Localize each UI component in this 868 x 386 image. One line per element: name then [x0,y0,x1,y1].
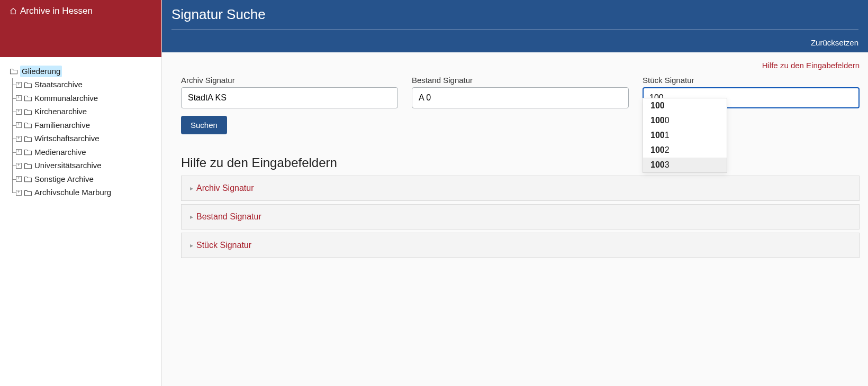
tree-item-label: Sonstige Archive [34,173,94,186]
expand-icon[interactable] [16,190,22,196]
expand-icon[interactable] [16,95,22,101]
caret-right-icon: ▸ [190,213,193,220]
page-title: Signatur Suche [171,6,858,30]
folder-icon [24,95,32,102]
expand-icon[interactable] [16,82,22,88]
tree-item-wirtschaftsarchive[interactable]: Wirtschaftsarchive [5,132,158,146]
main-content: Signatur Suche Zurücksetzen Hilfe zu den… [162,0,868,386]
autocomplete-option[interactable]: 100 [643,98,727,113]
tree-item-label: Medienarchive [34,146,86,159]
accordion-item-label: Archiv Signatur [196,183,254,193]
help-accordion: ▸ Archiv Signatur ▸ Bestand Signatur ▸ S… [181,176,860,258]
autocomplete-option[interactable]: 1003 [643,158,727,172]
caret-right-icon: ▸ [190,185,193,192]
tree-item-kommunalarchive[interactable]: Kommunalarchive [5,91,158,105]
tree-item-label: Kommunalarchive [34,93,98,105]
help-link[interactable]: Hilfe zu den Eingabefeldern [762,61,860,70]
folder-icon [10,68,18,75]
reset-link[interactable]: Zurücksetzen [811,38,858,47]
tree-item-label: Kirchenarchive [34,106,87,118]
tree-item-medienarchive[interactable]: Medienarchive [5,145,158,159]
field-stueck-signatur: Stück Signatur 100 1000 1001 1002 1003 [643,76,860,108]
accordion-item-label: Bestand Signatur [196,212,261,222]
expand-icon[interactable] [16,149,22,155]
autocomplete-option[interactable]: 1002 [643,143,727,158]
field-label: Stück Signatur [643,76,860,85]
expand-icon[interactable] [16,136,22,142]
folder-icon [24,189,32,196]
tree-root[interactable]: Gliederung [5,65,158,78]
autocomplete-option[interactable]: 1000 [643,113,727,128]
tree-item-sonstige-archive[interactable]: Sonstige Archive [5,172,158,186]
expand-icon[interactable] [16,109,22,115]
autocomplete-option[interactable]: 1001 [643,128,727,143]
accordion-item-label: Stück Signatur [196,241,251,250]
navigation-tree: Gliederung Staatsarchive Kommunalarc [0,57,161,203]
folder-icon [24,149,32,155]
field-archiv-signatur: Archiv Signatur [181,76,398,108]
tree-item-label: Familienarchive [34,120,90,132]
folder-icon [24,162,32,169]
bestand-signatur-input[interactable] [412,87,629,108]
tree-item-label: Staatsarchive [34,79,83,91]
field-bestand-signatur: Bestand Signatur [412,76,629,108]
folder-icon [24,81,32,88]
tree-root-label: Gliederung [20,66,62,78]
help-link-top: Hilfe zu den Eingabefeldern [181,61,860,70]
field-label: Bestand Signatur [412,76,629,85]
tree-item-kirchenarchive[interactable]: Kirchenarchive [5,105,158,119]
tree-item-label: Universitätsarchive [34,160,102,172]
sidebar-title-text: Archive in Hessen [20,6,93,15]
folder-icon [24,176,32,182]
tree-item-staatsarchive[interactable]: Staatsarchive [5,78,158,92]
tree-item-archivschule-marburg[interactable]: Archivschule Marburg [5,186,158,200]
sidebar-header: Archive in Hessen [0,0,161,57]
accordion-item-archiv-signatur[interactable]: ▸ Archiv Signatur [181,176,860,201]
folder-icon [24,135,32,142]
help-section-title: Hilfe zu den Eingabefeldern [181,155,860,170]
archiv-signatur-input[interactable] [181,87,398,108]
header-toolbar: Zurücksetzen [171,37,858,52]
tree-item-label: Archivschule Marburg [34,187,111,199]
folder-icon [24,108,32,115]
search-button[interactable]: Suchen [181,116,227,134]
tree-item-familienarchive[interactable]: Familienarchive [5,118,158,132]
tree-item-universitaetsarchive[interactable]: Universitätsarchive [5,159,158,173]
autocomplete-dropdown: 100 1000 1001 1002 1003 [643,98,727,173]
tree-children: Staatsarchive Kommunalarchive Kirchenarc… [5,78,158,200]
sidebar-title[interactable]: Archive in Hessen [10,6,93,15]
caret-right-icon: ▸ [190,242,193,249]
expand-icon[interactable] [16,176,22,182]
folder-icon [24,122,32,128]
field-label: Archiv Signatur [181,76,398,85]
sidebar: Archive in Hessen Gliederung [0,0,162,386]
home-icon [10,7,17,15]
tree-item-label: Wirtschaftsarchive [34,133,100,145]
page-header: Signatur Suche Zurücksetzen [162,0,868,52]
search-form: Archiv Signatur Bestand Signatur Stück S… [181,76,860,108]
accordion-item-stueck-signatur[interactable]: ▸ Stück Signatur [181,233,860,258]
accordion-item-bestand-signatur[interactable]: ▸ Bestand Signatur [181,204,860,229]
expand-icon[interactable] [16,163,22,169]
expand-icon[interactable] [16,122,22,128]
